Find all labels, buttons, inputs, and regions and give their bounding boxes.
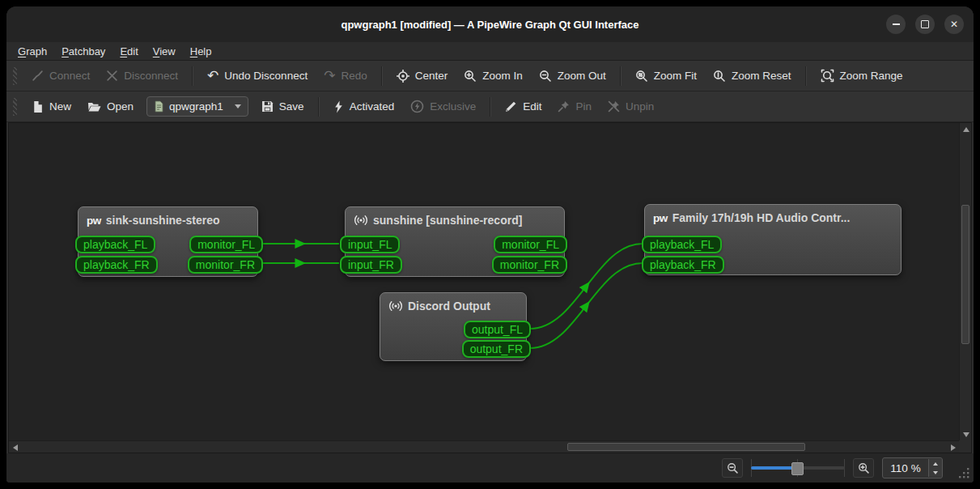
new-file-icon [32,100,44,113]
menu-view[interactable]: View [146,44,182,59]
zoom-out-icon [539,70,552,83]
port-output-fl[interactable]: output_FL [464,321,531,338]
node-title-text: sunshine [sunshine-record] [373,214,522,227]
patchbay-select[interactable]: qpwgraph1 [146,96,248,117]
zoom-fit-button[interactable]: Zoom Fit [627,65,705,87]
separator [318,97,320,117]
zoom-in-button[interactable]: Zoom In [456,65,531,87]
disconnect-button[interactable]: Disconnect [98,65,186,87]
node-sunshine[interactable]: sunshine [sunshine-record] input_FL inpu… [345,206,565,277]
port-output-fr[interactable]: output_FR [462,340,531,358]
close-icon: ✕ [950,19,958,29]
separator [381,66,383,86]
scroll-left-button[interactable] [9,441,21,453]
zoom-slider[interactable] [751,459,845,477]
port-input-fl[interactable]: input_FL [340,236,400,253]
statusbar-zoom-in-button[interactable] [853,458,874,478]
pin-button[interactable]: Pin [549,96,600,117]
app-window: qpwgraph1 [modified] — A PipeWire Graph … [6,6,974,483]
center-icon [397,70,409,83]
zoom-fit-icon [635,70,648,83]
minimize-button[interactable] [886,15,906,34]
unpin-button[interactable]: Unpin [600,96,662,117]
title-bar[interactable]: qpwgraph1 [modified] — A PipeWire Graph … [6,6,974,42]
port-playback-fl[interactable]: playback_FL [642,236,722,253]
new-button[interactable]: New [23,96,79,118]
zoom-step-down-button[interactable] [929,468,942,477]
activated-button[interactable]: Activated [325,96,403,118]
pipewire-icon: pw [87,215,101,227]
port-input-fr[interactable]: input_FR [340,256,402,274]
node-sink-sunshine-stereo[interactable]: pw sink-sunshine-stereo playback_FL play… [78,206,258,277]
connect-icon [32,70,44,82]
node-title-text: Discord Output [408,300,490,313]
exclusive-button[interactable]: Exclusive [402,95,484,118]
open-folder-icon [87,100,101,113]
port-monitor-fr[interactable]: monitor_FR [492,256,567,274]
statusbar-zoom-out-button[interactable] [722,458,743,478]
unpin-icon [608,100,620,113]
stream-icon [354,214,368,227]
port-monitor-fl[interactable]: monitor_FL [189,236,263,253]
port-playback-fl[interactable]: playback_FL [75,236,155,253]
separator [620,66,622,86]
redo-icon: ↷ [324,69,335,83]
vertical-scroll-thumb[interactable] [961,205,969,344]
graph-viewport: pw sink-sunshine-stereo playback_FL play… [8,122,972,453]
lightning-icon [333,100,344,113]
center-button[interactable]: Center [388,65,456,87]
horizontal-scroll-thumb[interactable] [567,443,805,451]
port-monitor-fl[interactable]: monitor_FL [494,236,567,253]
vertical-scrollbar[interactable] [959,123,971,440]
undo-disconnect-button[interactable]: ↶ Undo Disconnect [199,64,316,87]
maximize-button[interactable] [915,15,935,34]
close-button[interactable]: ✕ [944,15,964,34]
node-title-text: sink-sunshine-stereo [106,214,220,227]
zoom-reset-button[interactable]: Zoom Reset [705,65,800,87]
arrow-right-icon [951,444,956,451]
menu-patchbay[interactable]: Patchbay [55,44,112,59]
node-family-hd-audio[interactable]: pw Family 17h/19h HD Audio Contr... play… [644,204,902,275]
minimize-icon [893,23,900,25]
pin-icon [558,100,570,113]
open-button[interactable]: Open [79,96,142,117]
save-icon [261,100,274,113]
node-title: pw Family 17h/19h HD Audio Contr... [645,205,901,224]
arrow-up-icon [933,462,938,466]
node-discord-output[interactable]: Discord Output output_FL output_FR [380,292,527,361]
redo-button[interactable]: ↷ Redo [316,64,375,87]
port-playback-fr[interactable]: playback_FR [642,256,724,274]
zoom-slider-handle[interactable] [791,462,804,475]
stream-icon [388,300,403,313]
menu-graph[interactable]: Graph [11,44,53,59]
zoom-reset-icon [713,70,726,83]
zoom-level-spinbox[interactable]: 110 % [882,457,943,478]
scroll-right-button[interactable] [947,441,959,453]
edit-button[interactable]: Edit [497,96,549,117]
scrollbar-corner [959,440,971,453]
toolbar-drag-handle[interactable] [13,98,17,116]
zoom-step-up-button[interactable] [929,459,942,468]
disconnect-icon [106,70,118,82]
graph-toolbar: Connect Disconnect ↶ Undo Disconnect ↷ R… [6,61,974,91]
graph-canvas[interactable]: pw sink-sunshine-stereo playback_FL play… [9,123,959,440]
scroll-down-button[interactable] [960,428,972,440]
zoom-out-icon [727,462,739,474]
zoom-range-button[interactable]: Zoom Range [812,64,911,87]
toolbar-drag-handle[interactable] [13,67,17,85]
resize-grip[interactable] [958,467,970,479]
zoom-in-icon [464,70,477,83]
undo-icon: ↶ [207,69,218,83]
menu-help[interactable]: Help [184,44,218,59]
horizontal-scrollbar[interactable] [9,440,959,453]
connect-button[interactable]: Connect [23,65,98,87]
node-title-text: Family 17h/19h HD Audio Contr... [672,211,851,224]
zoom-slider-fill [751,466,795,470]
port-monitor-fr[interactable]: monitor_FR [188,256,263,274]
scroll-up-button[interactable] [960,123,972,135]
save-button[interactable]: Save [253,96,312,117]
menu-edit[interactable]: Edit [113,44,144,59]
node-title: Discord Output [380,293,526,313]
port-playback-fr[interactable]: playback_FR [75,256,158,274]
zoom-out-button[interactable]: Zoom Out [531,65,614,87]
